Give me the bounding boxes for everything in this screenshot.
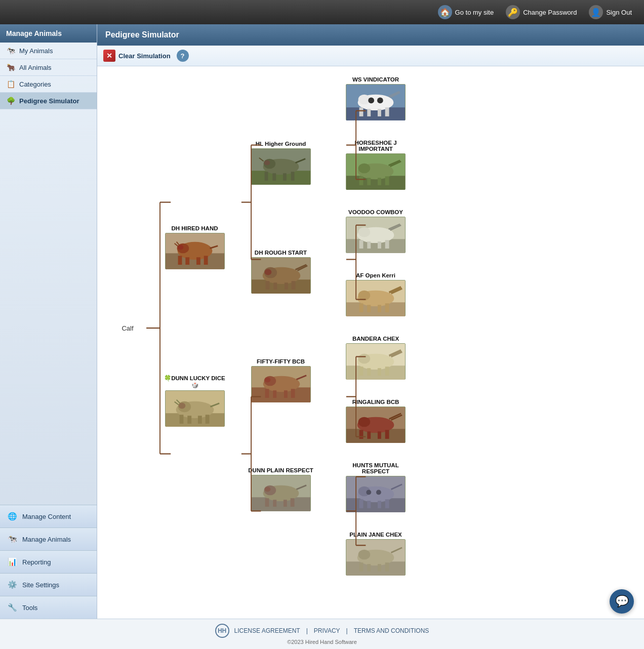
svg-rect-67 xyxy=(265,281,269,290)
node-gen2-4[interactable]: DUNN PLAIN RESPECT xyxy=(247,467,315,511)
svg-rect-142 xyxy=(378,368,381,376)
node-gen2-3[interactable]: FIFTY-FIFTY BCB xyxy=(247,358,315,402)
svg-rect-143 xyxy=(385,367,389,376)
sidebar-item-my-animals[interactable]: 🐄 My Animals xyxy=(0,43,97,59)
sign-out-label: Sign Out xyxy=(606,9,632,16)
sidebar-spacer xyxy=(0,109,97,505)
svg-point-83 xyxy=(264,378,270,383)
svg-rect-130 xyxy=(359,303,364,312)
svg-rect-151 xyxy=(367,431,371,439)
node-gen2-1[interactable]: HL Higher Ground xyxy=(247,141,315,185)
chat-button[interactable]: 💬 xyxy=(610,589,634,614)
svg-rect-70 xyxy=(291,281,295,290)
sidebar-item-all-animals[interactable]: 🐂 All Animals xyxy=(0,59,97,76)
sidebar-label-my-animals: My Animals xyxy=(19,47,53,55)
svg-rect-120 xyxy=(359,240,364,249)
sidebar-bottom-site-settings[interactable]: ⚙️ Site Settings xyxy=(0,573,97,596)
svg-rect-47 xyxy=(205,415,209,424)
sidebar-label-categories: Categories xyxy=(19,80,51,88)
node-img-dunn-lucky-dice xyxy=(165,390,225,427)
sidebar-bottom-reporting[interactable]: 📊 Reporting xyxy=(0,550,97,573)
change-password-button[interactable]: 🔑 Change Password xyxy=(502,3,581,21)
terms-link[interactable]: TERMS AND CONDITIONS xyxy=(354,627,429,634)
manage-animals-icon: 🐄 xyxy=(6,533,18,545)
svg-rect-90 xyxy=(283,500,287,507)
node-name-hl-higher-ground: HL Higher Ground xyxy=(256,141,306,147)
svg-rect-162 xyxy=(378,501,381,508)
node-gen3-7[interactable]: HUNTS MUTUAL RESPECT xyxy=(335,462,416,512)
node-gen3-1[interactable]: WS VINDICATOR xyxy=(335,76,416,120)
node-img-dh-hired-hand xyxy=(165,233,225,269)
node-gen3-8[interactable]: PLAIN JANE CHEX xyxy=(335,532,416,576)
sidebar-bottom-tools[interactable]: 🔧 Tools xyxy=(0,596,97,619)
svg-point-129 xyxy=(358,291,371,301)
svg-rect-44 xyxy=(179,415,183,424)
svg-rect-160 xyxy=(359,499,364,508)
svg-rect-131 xyxy=(367,305,371,312)
node-img-ringaling-bcb xyxy=(346,407,406,443)
node-img-af-open-kerri xyxy=(346,280,406,316)
sign-out-button[interactable]: 👤 Sign Out xyxy=(585,3,636,21)
svg-point-109 xyxy=(358,164,371,174)
node-name-ws-vindicator: WS VINDICATOR xyxy=(352,76,399,83)
svg-point-73 xyxy=(264,269,271,275)
node-name-af-open-kerri: AF Open Kerri xyxy=(356,272,395,278)
node-img-plain-jane-chex xyxy=(346,539,406,576)
svg-rect-113 xyxy=(385,176,389,185)
node-gen3-5[interactable]: BANDERA CHEX xyxy=(335,336,416,380)
node-img-ws-vindicator xyxy=(346,84,406,120)
main-content: Pedigree Simulator ✕ Clear Simulation ? xyxy=(97,24,644,619)
sidebar-bottom-manage-animals[interactable]: 🐄 Manage Animals xyxy=(0,528,97,550)
tools-icon: 🔧 xyxy=(6,601,18,614)
sidebar: Manage Animals 🐄 My Animals 🐂 All Animal… xyxy=(0,24,97,619)
svg-rect-173 xyxy=(378,564,381,572)
svg-rect-68 xyxy=(273,282,277,290)
svg-point-61 xyxy=(264,160,270,166)
sidebar-label-pedigree-simulator: Pedigree Simulator xyxy=(19,97,79,105)
privacy-link[interactable]: PRIVACY xyxy=(314,627,340,634)
node-img-dh-rough-start xyxy=(251,257,311,294)
node-img-hunts-mutual-respect xyxy=(346,476,406,512)
node-gen1-bottom[interactable]: 🍀DUNN LUCKY DICE 🎲 xyxy=(163,375,226,427)
svg-rect-33 xyxy=(185,257,189,265)
calf-label: Calf xyxy=(122,324,133,332)
clear-simulation-button[interactable]: ✕ Clear Simulation xyxy=(103,50,171,62)
key-icon: 🔑 xyxy=(506,5,520,19)
svg-rect-111 xyxy=(367,178,371,185)
topbar: 🏠 Go to my site 🔑 Change Password 👤 Sign… xyxy=(0,0,644,24)
node-gen3-2[interactable]: HORSESHOE J IMPORTANT xyxy=(335,140,416,190)
sidebar-bottom-manage-content[interactable]: 🌐 Manage Content xyxy=(0,505,97,528)
svg-rect-122 xyxy=(378,241,381,249)
help-button[interactable]: ? xyxy=(177,50,189,62)
node-gen1-top[interactable]: DH HIRED HAND xyxy=(163,225,226,269)
footer-links: LICENSE AGREEMENT | PRIVACY | TERMS AND … xyxy=(234,627,429,634)
svg-rect-57 xyxy=(272,173,276,181)
pedigree-icon: 🌳 xyxy=(6,96,15,105)
goto-site-button[interactable]: 🏠 Go to my site xyxy=(434,3,498,21)
node-gen2-2[interactable]: DH ROUGH START xyxy=(247,250,315,294)
svg-rect-172 xyxy=(367,564,371,572)
svg-rect-80 xyxy=(284,390,287,398)
node-gen3-4[interactable]: AF Open Kerri xyxy=(335,272,416,316)
svg-rect-59 xyxy=(291,172,294,181)
node-name-dunn-lucky-dice: 🍀DUNN LUCKY DICE 🎲 xyxy=(163,375,226,389)
svg-rect-171 xyxy=(359,562,364,572)
svg-rect-152 xyxy=(378,431,381,439)
svg-rect-103 xyxy=(385,107,389,116)
node-gen3-6[interactable]: RINGALING BCB xyxy=(335,399,416,443)
pedigree-chart: Calf DH HIRED HAND xyxy=(107,76,634,580)
gen2-column: HL Higher Ground xyxy=(226,76,315,580)
footer-logo: HH xyxy=(215,624,229,638)
node-gen3-3[interactable]: VOODOO COWBOY xyxy=(335,209,416,253)
node-img-voodoo-cowboy xyxy=(346,217,406,253)
node-name-bandera-chex: BANDERA CHEX xyxy=(352,336,399,342)
svg-rect-34 xyxy=(196,257,200,265)
sidebar-item-pedigree-simulator[interactable]: 🌳 Pedigree Simulator xyxy=(0,93,97,109)
svg-point-164 xyxy=(366,490,371,495)
page-title: Pedigree Simulator xyxy=(97,24,644,46)
svg-rect-81 xyxy=(291,389,295,398)
svg-rect-88 xyxy=(265,498,269,507)
node-name-fifty-fifty-bcb: FIFTY-FIFTY BCB xyxy=(257,358,305,364)
sidebar-item-categories[interactable]: 📋 Categories xyxy=(0,76,97,93)
license-link[interactable]: LICENSE AGREEMENT xyxy=(234,627,300,634)
